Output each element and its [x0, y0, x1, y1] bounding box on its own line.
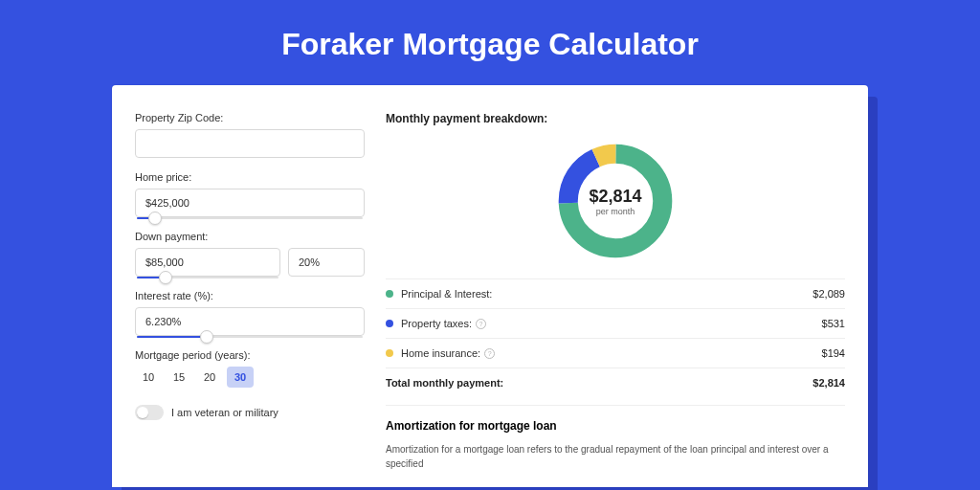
legend-amount: $194 — [822, 347, 845, 359]
donut-center-value: $2,814 — [589, 187, 641, 207]
legend-total-label: Total monthly payment: — [386, 377, 813, 389]
veteran-label: I am veteran or military — [171, 407, 278, 418]
down-payment-input[interactable] — [135, 248, 280, 277]
toggle-knob — [137, 407, 148, 418]
zip-label: Property Zip Code: — [135, 112, 365, 123]
period-button-30[interactable]: 30 — [227, 367, 254, 388]
legend-total-amount: $2,814 — [813, 377, 845, 389]
period-label: Mortgage period (years): — [135, 349, 365, 361]
amortization-section: Amortization for mortgage loan Amortizat… — [386, 405, 845, 471]
legend-label: Home insurance:? — [401, 347, 822, 359]
interest-slider[interactable] — [137, 336, 363, 338]
info-icon[interactable]: ? — [476, 319, 486, 329]
zip-input[interactable] — [135, 129, 365, 158]
interest-field-group: Interest rate (%): — [135, 290, 365, 336]
veteran-toggle-row: I am veteran or military — [135, 405, 365, 420]
period-button-15[interactable]: 15 — [166, 367, 192, 388]
slider-thumb[interactable] — [159, 271, 172, 284]
legend-amount: $2,089 — [813, 288, 845, 300]
zip-field-group: Property Zip Code: — [135, 112, 365, 158]
page-title: Foraker Mortgage Calculator — [0, 0, 980, 85]
donut-chart: $2,814 per month — [553, 139, 678, 263]
down-payment-label: Down payment: — [135, 231, 365, 242]
slider-thumb[interactable] — [148, 212, 162, 225]
home-price-input[interactable] — [135, 189, 365, 217]
form-panel: Property Zip Code: Home price: Down paym… — [135, 112, 365, 487]
calculator-card: Property Zip Code: Home price: Down paym… — [112, 85, 868, 487]
amortization-text: Amortization for a mortgage loan refers … — [386, 442, 845, 471]
legend-total-row: Total monthly payment:$2,814 — [386, 368, 845, 397]
breakdown-title: Monthly payment breakdown: — [386, 112, 845, 125]
legend-amount: $531 — [822, 318, 845, 329]
period-field-group: Mortgage period (years): 10152030 — [135, 349, 365, 388]
down-payment-slider[interactable] — [137, 277, 278, 278]
legend: Principal & Interest:$2,089Property taxe… — [386, 278, 845, 397]
home-price-label: Home price: — [135, 171, 365, 183]
legend-row: Home insurance:?$194 — [386, 339, 845, 368]
home-price-slider[interactable] — [137, 217, 363, 219]
donut-chart-wrap: $2,814 per month — [386, 139, 845, 263]
legend-label: Principal & Interest: — [401, 288, 813, 300]
home-price-field-group: Home price: — [135, 171, 365, 217]
legend-label: Property taxes:? — [401, 318, 822, 329]
info-icon[interactable]: ? — [484, 348, 495, 359]
legend-dot — [386, 349, 393, 357]
amortization-title: Amortization for mortgage loan — [386, 419, 845, 433]
legend-row: Principal & Interest:$2,089 — [386, 279, 845, 309]
period-button-10[interactable]: 10 — [135, 367, 162, 388]
legend-dot — [386, 320, 393, 327]
breakdown-panel: Monthly payment breakdown: $2,814 per mo… — [386, 112, 845, 487]
interest-input[interactable] — [135, 307, 365, 336]
legend-dot — [386, 290, 393, 298]
down-payment-pct-input[interactable] — [288, 248, 365, 277]
slider-thumb[interactable] — [200, 330, 213, 344]
interest-label: Interest rate (%): — [135, 290, 365, 301]
period-button-20[interactable]: 20 — [196, 367, 223, 388]
legend-row: Property taxes:?$531 — [386, 309, 845, 339]
donut-center-sub: per month — [596, 207, 635, 216]
down-payment-field-group: Down payment: — [135, 231, 365, 277]
veteran-toggle[interactable] — [135, 405, 164, 420]
